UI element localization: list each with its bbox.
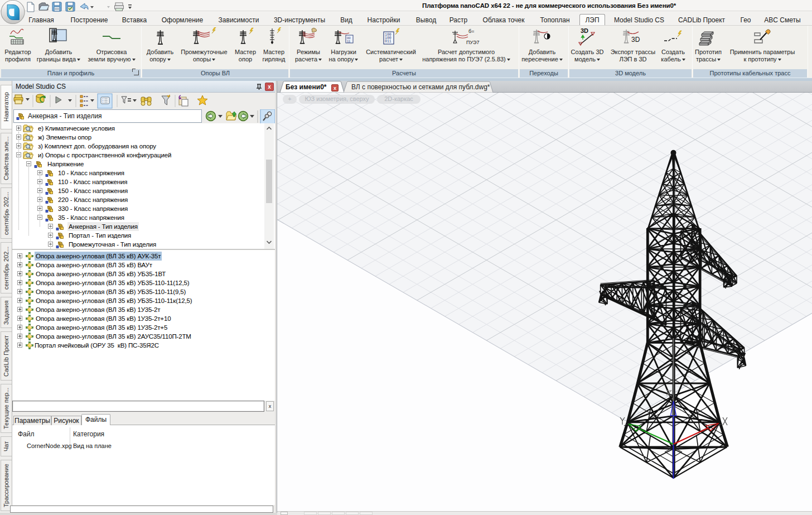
svg-text:3D: 3D bbox=[581, 27, 588, 34]
svg-text:3D: 3D bbox=[631, 36, 640, 44]
svg-text:011: 011 bbox=[385, 40, 392, 44]
svg-text:11: 11 bbox=[347, 40, 351, 43]
svg-text:ПУЭ7: ПУЭ7 bbox=[466, 40, 479, 45]
svg-text:б=: б= bbox=[468, 28, 474, 34]
